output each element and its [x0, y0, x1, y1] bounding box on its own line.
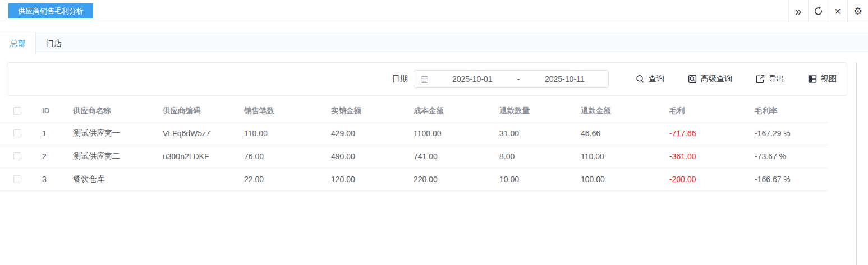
filter-toolbar: 日期 2025-10-01 - 2025-10-11 [7, 62, 847, 96]
column-header-supplier-code[interactable]: 供应商编码 [157, 100, 238, 122]
view-button-label: 视图 [821, 74, 837, 84]
query-button-label: 查询 [649, 74, 664, 84]
query-button[interactable]: 查询 [636, 74, 664, 84]
supplier-profit-table: ID 供应商名称 供应商编码 销售笔数 实销金额 成本金额 退款数量 退款金额 … [0, 100, 828, 191]
scope-tabs: 总部 门店 [0, 32, 868, 53]
column-header-cost-amount[interactable]: 成本金额 [408, 100, 494, 122]
column-header-sales-count[interactable]: 销售笔数 [238, 100, 325, 122]
table-header-row: ID 供应商名称 供应商编码 销售笔数 实销金额 成本金额 退款数量 退款金额 … [0, 100, 828, 122]
calendar-icon [420, 75, 429, 83]
collapse-right-icon[interactable]: » [788, 0, 808, 22]
row-checkbox[interactable] [13, 129, 21, 137]
cell-id: 2 [36, 145, 67, 168]
topbar-divider [6, 3, 6, 19]
page-title-tab[interactable]: 供应商销售毛利分析 [8, 3, 93, 18]
cell-supplier-name: 测试供应商二 [67, 145, 157, 168]
cell-refund-amount: 110.00 [575, 145, 664, 168]
column-header-refund-qty[interactable]: 退款数量 [494, 100, 575, 122]
export-button-label: 导出 [769, 74, 784, 84]
cell-gross-margin: -167.29 % [749, 122, 828, 145]
refresh-icon[interactable] [808, 0, 828, 22]
export-button[interactable]: 导出 [756, 74, 784, 84]
date-start-value[interactable]: 2025-10-01 [429, 75, 516, 83]
table-body: 1 测试供应商一 VLFq6dW5z7 110.00 429.00 1100.0… [0, 122, 828, 190]
cell-refund-qty: 10.00 [494, 168, 575, 190]
date-label: 日期 [392, 74, 408, 84]
date-separator: - [516, 75, 521, 83]
column-header-gross-profit[interactable]: 毛利 [664, 100, 749, 122]
export-icon [756, 75, 765, 83]
cell-cost-amount: 1100.00 [408, 122, 494, 145]
row-checkbox[interactable] [13, 175, 21, 183]
gear-icon[interactable]: ⚙ [847, 0, 868, 22]
search-icon [636, 75, 645, 83]
view-layout-icon [808, 75, 817, 83]
column-header-supplier-name[interactable]: 供应商名称 [67, 100, 157, 122]
column-header-refund-amount[interactable]: 退款金额 [575, 100, 664, 122]
date-range-input[interactable]: 2025-10-01 - 2025-10-11 [414, 70, 609, 88]
cell-gross-margin: -73.67 % [749, 145, 828, 168]
table-row[interactable]: 3 餐饮仓库 22.00 120.00 220.00 10.00 100.00 … [0, 168, 828, 190]
cell-refund-qty: 8.00 [494, 145, 575, 168]
tab-headquarters[interactable]: 总部 [0, 32, 36, 54]
tab-store[interactable]: 门店 [36, 32, 72, 54]
advanced-query-button[interactable]: 高级查询 [688, 74, 732, 84]
cell-gross-margin: -166.67 % [749, 168, 828, 190]
cell-supplier-code: VLFq6dW5z7 [157, 122, 238, 145]
date-end-value[interactable]: 2025-10-11 [521, 75, 608, 83]
cell-id: 1 [36, 122, 67, 145]
row-checkbox[interactable] [13, 152, 21, 160]
cell-supplier-name: 测试供应商一 [67, 122, 157, 145]
cell-supplier-name: 餐饮仓库 [67, 168, 157, 190]
content-panel: 日期 2025-10-01 - 2025-10-11 [0, 62, 857, 265]
close-icon[interactable]: × [828, 0, 847, 22]
cell-sales-count: 110.00 [238, 122, 325, 145]
table-row[interactable]: 1 测试供应商一 VLFq6dW5z7 110.00 429.00 1100.0… [0, 122, 828, 145]
cell-cost-amount: 741.00 [408, 145, 494, 168]
cell-sales-count: 76.00 [238, 145, 325, 168]
column-header-id[interactable]: ID [36, 100, 67, 122]
topbar-icon-group: » × ⚙ [788, 0, 868, 22]
window-top-bar: 供应商销售毛利分析 » × ⚙ [0, 0, 868, 22]
cell-gross-profit: -717.66 [664, 122, 749, 145]
table-row[interactable]: 2 测试供应商二 u300n2LDKF 76.00 490.00 741.00 … [0, 145, 828, 168]
column-header-gross-margin[interactable]: 毛利率 [749, 100, 828, 122]
select-all-checkbox[interactable] [13, 107, 21, 115]
advanced-query-button-label: 高级查询 [701, 74, 732, 84]
advanced-search-icon [688, 75, 697, 83]
cell-cost-amount: 220.00 [408, 168, 494, 190]
cell-sales-amount: 429.00 [325, 122, 408, 145]
cell-gross-profit: -200.00 [664, 168, 749, 190]
cell-refund-qty: 31.00 [494, 122, 575, 145]
cell-refund-amount: 46.66 [575, 122, 664, 145]
cell-supplier-code [157, 168, 238, 190]
cell-refund-amount: 100.00 [575, 168, 664, 190]
cell-sales-amount: 120.00 [325, 168, 408, 190]
cell-id: 3 [36, 168, 67, 190]
view-button[interactable]: 视图 [808, 74, 837, 84]
cell-gross-profit: -361.00 [664, 145, 749, 168]
column-header-sales-amount[interactable]: 实销金额 [325, 100, 408, 122]
cell-supplier-code: u300n2LDKF [157, 145, 238, 168]
cell-sales-count: 22.00 [238, 168, 325, 190]
cell-sales-amount: 490.00 [325, 145, 408, 168]
